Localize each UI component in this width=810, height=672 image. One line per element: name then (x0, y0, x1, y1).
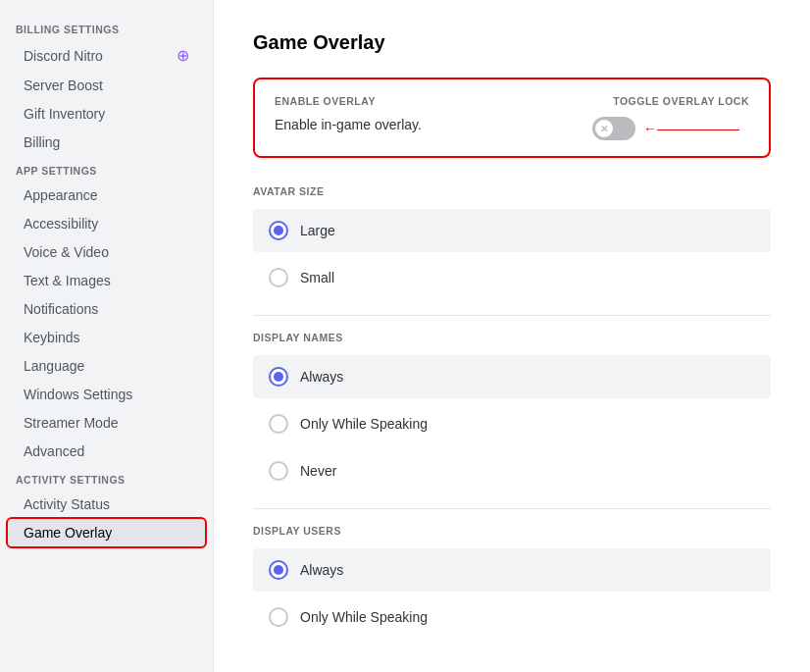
sidebar-item-label: Gift Inventory (24, 106, 105, 122)
activity-section-label: ACTIVITY SETTINGS (0, 466, 213, 490)
toggle-knob: ✕ (595, 120, 613, 137)
sidebar-item-label: Activity Status (24, 496, 110, 512)
main-content: Game Overlay ENABLE OVERLAY Enable in-ga… (214, 0, 810, 672)
avatar-size-small-option[interactable]: Small (253, 256, 771, 299)
sidebar: BILLING SETTINGS Discord Nitro ⊕ Server … (0, 0, 214, 672)
sidebar-item-discord-nitro[interactable]: Discord Nitro ⊕ (8, 40, 205, 71)
display-users-always-label: Always (300, 562, 343, 578)
sidebar-item-label: Keybinds (24, 330, 80, 345)
avatar-size-label: AVATAR SIZE (253, 185, 771, 197)
radio-circle-large (269, 221, 288, 240)
display-users-speaking-label: Only While Speaking (300, 609, 428, 625)
sidebar-item-label: Advanced (24, 443, 84, 459)
sidebar-item-notifications[interactable]: Notifications (8, 295, 205, 323)
sidebar-item-appearance[interactable]: Appearance (8, 181, 205, 209)
sidebar-item-label: Notifications (24, 301, 98, 317)
sidebar-item-label: Server Boost (24, 78, 103, 93)
toggle-overlay-lock-label: TOGGLE OVERLAY LOCK (592, 95, 749, 107)
overlay-card-right: TOGGLE OVERLAY LOCK ✕ ←—————— (592, 95, 749, 140)
radio-circle-always (269, 367, 288, 387)
sidebar-item-advanced[interactable]: Advanced (8, 438, 205, 465)
arrow-annotation: ←—————— (643, 121, 739, 136)
sidebar-item-streamer-mode[interactable]: Streamer Mode (8, 409, 205, 437)
toggle-container: ✕ ←—————— (592, 117, 749, 140)
sidebar-item-text-images[interactable]: Text & Images (8, 267, 205, 294)
sidebar-item-label: Game Overlay (24, 525, 112, 541)
sidebar-item-label: Accessibility (24, 216, 98, 232)
sidebar-item-gift-inventory[interactable]: Gift Inventory (8, 100, 205, 128)
toggle-x-icon: ✕ (600, 124, 608, 134)
display-names-label: DISPLAY NAMES (253, 332, 771, 343)
display-users-speaking-option[interactable]: Only While Speaking (253, 595, 771, 639)
sidebar-item-billing[interactable]: Billing (8, 129, 205, 156)
sidebar-item-label: Discord Nitro (24, 48, 103, 64)
billing-section-label: BILLING SETTINGS (0, 16, 213, 39)
page-title: Game Overlay (253, 31, 771, 54)
sidebar-item-keybinds[interactable]: Keybinds (8, 324, 205, 351)
display-names-always-label: Always (300, 369, 343, 385)
sidebar-item-label: Streamer Mode (24, 415, 118, 431)
radio-circle-never (269, 461, 288, 481)
divider-2 (253, 508, 771, 509)
sidebar-item-label: Language (24, 358, 84, 374)
sidebar-item-label: Voice & Video (24, 244, 109, 260)
sidebar-item-activity-status[interactable]: Activity Status (8, 491, 205, 518)
radio-circle-users-always (269, 560, 288, 580)
sidebar-item-label: Windows Settings (24, 387, 132, 402)
display-names-always-option[interactable]: Always (253, 355, 771, 398)
display-users-label: DISPLAY USERS (253, 525, 771, 537)
display-names-speaking-option[interactable]: Only While Speaking (253, 402, 771, 445)
radio-circle-users-speaking (269, 607, 288, 627)
sidebar-item-game-overlay[interactable]: Game Overlay (8, 519, 205, 546)
display-names-never-label: Never (300, 463, 336, 479)
sidebar-item-label: Text & Images (24, 273, 111, 288)
display-names-speaking-label: Only While Speaking (300, 416, 428, 432)
app-section-label: APP SETTINGS (0, 157, 213, 181)
overlay-card-left: ENABLE OVERLAY Enable in-game overlay. (275, 95, 592, 132)
sidebar-item-label: Billing (24, 134, 60, 150)
nitro-icon: ⊕ (177, 46, 189, 65)
avatar-size-small-label: Small (300, 270, 334, 285)
radio-circle-speaking (269, 414, 288, 434)
sidebar-item-server-boost[interactable]: Server Boost (8, 72, 205, 99)
sidebar-item-windows-settings[interactable]: Windows Settings (8, 381, 205, 408)
radio-circle-small (269, 268, 288, 287)
sidebar-item-label: Appearance (24, 187, 98, 203)
divider-1 (253, 315, 771, 316)
display-users-always-option[interactable]: Always (253, 548, 771, 592)
sidebar-item-accessibility[interactable]: Accessibility (8, 210, 205, 237)
sidebar-item-voice-video[interactable]: Voice & Video (8, 238, 205, 266)
enable-overlay-toggle[interactable]: ✕ (592, 117, 635, 140)
sidebar-item-language[interactable]: Language (8, 352, 205, 380)
overlay-description: Enable in-game overlay. (275, 117, 592, 132)
display-names-never-option[interactable]: Never (253, 449, 771, 492)
overlay-card: ENABLE OVERLAY Enable in-game overlay. T… (253, 78, 771, 158)
avatar-size-large-option[interactable]: Large (253, 209, 771, 252)
enable-overlay-label: ENABLE OVERLAY (275, 95, 592, 107)
avatar-size-large-label: Large (300, 223, 335, 238)
